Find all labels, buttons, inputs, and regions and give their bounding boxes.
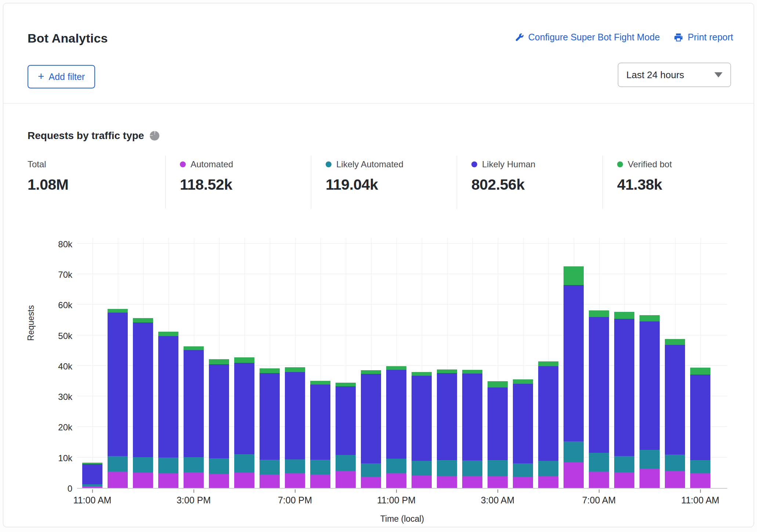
bar-segment-likely-automated[interactable] — [209, 458, 229, 474]
bar-segment-likely-automated[interactable] — [665, 455, 685, 470]
bar-segment-automated[interactable] — [158, 473, 178, 488]
stacked-bar-hour-21[interactable] — [614, 312, 634, 488]
bar-segment-likely-human[interactable] — [386, 370, 406, 459]
bar-segment-likely-automated[interactable] — [285, 459, 305, 473]
bar-segment-likely-human[interactable] — [361, 374, 381, 463]
bar-segment-verified-bot[interactable] — [82, 463, 102, 464]
bar-segment-likely-human[interactable] — [412, 376, 432, 461]
bar-segment-likely-human[interactable] — [690, 375, 710, 460]
bar-segment-verified-bot[interactable] — [665, 339, 685, 345]
bar-segment-likely-human[interactable] — [285, 372, 305, 459]
stacked-bar-hour-0[interactable] — [82, 463, 102, 488]
bar-segment-verified-bot[interactable] — [361, 370, 381, 374]
stacked-bar-hour-8[interactable] — [285, 367, 305, 488]
bar-segment-automated[interactable] — [184, 472, 204, 488]
bar-segment-likely-automated[interactable] — [640, 450, 660, 469]
stacked-bar-hour-3[interactable] — [158, 332, 178, 488]
bar-segment-likely-automated[interactable] — [690, 460, 710, 473]
bar-segment-verified-bot[interactable] — [184, 346, 204, 350]
bar-segment-likely-automated[interactable] — [614, 456, 634, 472]
bar-segment-automated[interactable] — [690, 473, 710, 488]
bar-segment-verified-bot[interactable] — [437, 369, 457, 373]
bar-segment-automated[interactable] — [108, 471, 128, 488]
bar-segment-likely-human[interactable] — [209, 364, 229, 459]
bar-segment-automated[interactable] — [488, 476, 508, 488]
bar-segment-verified-bot[interactable] — [108, 309, 128, 313]
bar-segment-likely-human[interactable] — [665, 345, 685, 455]
bar-segment-likely-automated[interactable] — [462, 460, 482, 476]
bar-segment-likely-human[interactable] — [589, 317, 609, 453]
print-report-link[interactable]: Print report — [674, 32, 733, 43]
bar-segment-likely-automated[interactable] — [437, 460, 457, 475]
bar-segment-automated[interactable] — [640, 469, 660, 488]
bar-segment-automated[interactable] — [614, 472, 634, 488]
bar-segment-likely-automated[interactable] — [336, 455, 356, 471]
bar-segment-likely-human[interactable] — [437, 373, 457, 460]
bar-segment-likely-human[interactable] — [133, 323, 153, 457]
stacked-bar-hour-24[interactable] — [690, 368, 710, 488]
bar-segment-likely-human[interactable] — [538, 366, 558, 461]
bar-segment-automated[interactable] — [82, 486, 102, 488]
stacked-bar-hour-22[interactable] — [640, 315, 660, 488]
bar-segment-automated[interactable] — [564, 462, 584, 488]
stacked-bar-hour-20[interactable] — [589, 310, 609, 488]
bar-segment-likely-human[interactable] — [108, 313, 128, 456]
bar-segment-verified-bot[interactable] — [412, 372, 432, 376]
bar-segment-automated[interactable] — [310, 474, 330, 488]
configure-super-bot-fight-mode-link[interactable]: Configure Super Bot Fight Mode — [515, 32, 660, 43]
bar-segment-likely-human[interactable] — [310, 385, 330, 459]
bar-segment-likely-automated[interactable] — [234, 454, 254, 473]
bar-segment-automated[interactable] — [665, 471, 685, 488]
bar-segment-likely-automated[interactable] — [108, 456, 128, 471]
bar-segment-automated[interactable] — [285, 473, 305, 488]
bar-segment-likely-human[interactable] — [614, 319, 634, 456]
bar-segment-likely-automated[interactable] — [564, 441, 584, 462]
bar-segment-likely-automated[interactable] — [589, 453, 609, 471]
bar-segment-likely-automated[interactable] — [310, 460, 330, 475]
bar-segment-likely-automated[interactable] — [412, 461, 432, 475]
bar-segment-likely-automated[interactable] — [361, 463, 381, 477]
stacked-bar-hour-23[interactable] — [665, 339, 685, 488]
bar-segment-automated[interactable] — [209, 474, 229, 488]
bar-segment-verified-bot[interactable] — [589, 310, 609, 317]
bar-segment-verified-bot[interactable] — [564, 266, 584, 285]
bar-segment-verified-bot[interactable] — [310, 381, 330, 385]
bar-segment-automated[interactable] — [589, 471, 609, 488]
bar-segment-verified-bot[interactable] — [538, 361, 558, 366]
bar-segment-verified-bot[interactable] — [462, 370, 482, 374]
bar-segment-verified-bot[interactable] — [209, 359, 229, 364]
bar-segment-likely-automated[interactable] — [260, 460, 280, 475]
bar-segment-likely-automated[interactable] — [538, 461, 558, 476]
bar-segment-verified-bot[interactable] — [336, 383, 356, 386]
stacked-bar-hour-6[interactable] — [234, 357, 254, 488]
bar-segment-likely-human[interactable] — [260, 373, 280, 460]
bar-segment-verified-bot[interactable] — [488, 381, 508, 387]
bar-segment-likely-human[interactable] — [234, 363, 254, 454]
bar-segment-likely-human[interactable] — [336, 386, 356, 455]
stacked-bar-hour-10[interactable] — [336, 383, 356, 488]
bar-segment-likely-automated[interactable] — [158, 458, 178, 473]
bar-segment-verified-bot[interactable] — [234, 357, 254, 362]
bar-segment-automated[interactable] — [437, 476, 457, 488]
bar-segment-likely-human[interactable] — [640, 321, 660, 450]
stacked-bar-hour-2[interactable] — [133, 318, 153, 488]
bar-segment-automated[interactable] — [260, 474, 280, 488]
bar-segment-automated[interactable] — [234, 473, 254, 488]
bar-segment-verified-bot[interactable] — [260, 368, 280, 373]
bar-segment-likely-automated[interactable] — [386, 459, 406, 473]
stacked-bar-hour-11[interactable] — [361, 370, 381, 488]
stacked-bar-hour-16[interactable] — [488, 381, 508, 488]
bar-segment-likely-human[interactable] — [184, 350, 204, 457]
bar-segment-likely-human[interactable] — [513, 384, 533, 463]
add-filter-button[interactable]: + Add filter — [28, 65, 95, 88]
bar-segment-verified-bot[interactable] — [133, 318, 153, 323]
bar-segment-automated[interactable] — [386, 473, 406, 488]
time-range-select[interactable]: Last 24 hours — [618, 63, 731, 87]
stacked-bar-hour-5[interactable] — [209, 359, 229, 488]
bar-segment-verified-bot[interactable] — [614, 312, 634, 318]
stacked-bar-hour-18[interactable] — [538, 361, 558, 488]
stacked-bar-hour-1[interactable] — [108, 309, 128, 488]
stacked-bar-hour-9[interactable] — [310, 381, 330, 488]
stacked-bar-hour-14[interactable] — [437, 369, 457, 488]
bar-segment-automated[interactable] — [462, 476, 482, 488]
